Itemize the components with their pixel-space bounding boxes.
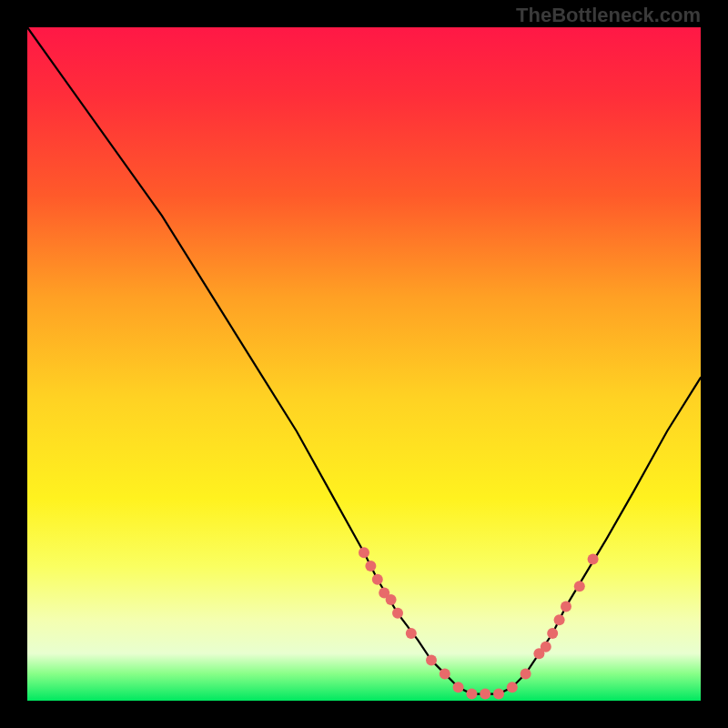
- marker-dot: [466, 689, 477, 700]
- marker-dot: [588, 554, 599, 565]
- marker-dot: [365, 561, 376, 571]
- marker-dot: [541, 642, 551, 652]
- marker-dot: [480, 689, 490, 700]
- marker-dot: [547, 628, 558, 639]
- marker-dot: [507, 682, 518, 693]
- marker-dot: [372, 574, 383, 585]
- marker-dot: [493, 689, 504, 700]
- marker-dot: [561, 601, 571, 612]
- marker-dot: [574, 581, 585, 592]
- marker-dot: [359, 547, 369, 558]
- marker-dot: [440, 668, 450, 679]
- marker-dot: [406, 628, 417, 639]
- marker-dot: [521, 668, 531, 679]
- marker-dot: [392, 608, 403, 619]
- plot-area: [27, 27, 701, 701]
- curve-svg: [27, 27, 701, 701]
- marker-dot: [554, 614, 565, 625]
- chart-frame: TheBottleneck.com: [0, 0, 728, 728]
- marker-dot: [386, 594, 397, 605]
- attribution-text: TheBottleneck.com: [516, 4, 701, 27]
- marker-dots: [359, 547, 599, 699]
- bottleneck-curve: [27, 27, 701, 694]
- marker-dot: [426, 655, 437, 666]
- marker-dot: [453, 682, 464, 693]
